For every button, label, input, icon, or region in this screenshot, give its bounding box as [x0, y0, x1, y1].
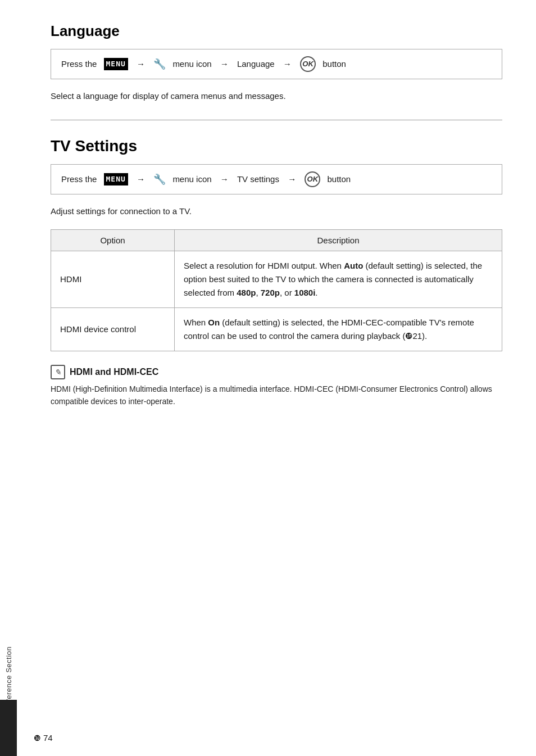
- tv-arrow2: →: [220, 173, 229, 186]
- tv-instruction-box: Press the MENU → 🔧 menu icon → TV settin…: [51, 164, 502, 194]
- page-number-symbol: ❿: [34, 734, 41, 743]
- note-title: HDMI and HDMI-CEC: [70, 367, 158, 377]
- lang-suffix: button: [322, 58, 346, 71]
- sidebar-tab: [0, 700, 17, 756]
- lang-prefix: Press the: [61, 58, 97, 71]
- lang-ok-btn: OK: [300, 56, 316, 72]
- tv-arrow1: →: [137, 173, 145, 186]
- note-section: ✎ HDMI and HDMI-CEC HDMI (High-Definitio…: [51, 365, 502, 408]
- page-number: 74: [43, 733, 53, 743]
- tv-arrow3: →: [288, 173, 296, 186]
- tv-description: Adjust settings for connection to a TV.: [51, 205, 502, 218]
- lang-wrench-icon: 🔧: [153, 57, 166, 72]
- hdmi-option-cell: HDMI: [51, 251, 175, 308]
- page-footer: ❿ 74: [34, 733, 53, 743]
- tv-ok-btn: OK: [305, 171, 320, 187]
- language-description: Select a language for display of camera …: [51, 89, 502, 103]
- tv-settings-title: TV Settings: [51, 137, 502, 155]
- table-row: HDMI Select a resolution for HDMI output…: [51, 251, 502, 308]
- section-divider: [51, 120, 502, 120]
- hdmi-device-control-option-cell: HDMI device control: [51, 308, 175, 351]
- tv-wrench-icon: 🔧: [153, 172, 166, 187]
- table-row: HDMI device control When On (default set…: [51, 308, 502, 351]
- table-header-description: Description: [175, 230, 502, 251]
- lang-item: Language: [237, 58, 275, 71]
- note-body: HDMI (High-Definition Multimedia Interfa…: [51, 383, 502, 408]
- tv-menu-label: MENU: [104, 173, 128, 185]
- table-header-option: Option: [51, 230, 175, 251]
- note-header: ✎ HDMI and HDMI-CEC: [51, 365, 502, 379]
- hdmi-description-cell: Select a resolution for HDMI output. Whe…: [175, 251, 502, 308]
- tv-menu-icon-label: menu icon: [172, 173, 211, 186]
- tv-settings-table: Option Description HDMI Select a resolut…: [51, 229, 502, 351]
- note-pencil-icon: ✎: [51, 365, 65, 379]
- lang-arrow1: →: [137, 58, 145, 71]
- lang-menu-label: MENU: [104, 58, 128, 70]
- tv-item: TV settings: [237, 173, 279, 186]
- tv-prefix: Press the: [61, 173, 97, 186]
- lang-menu-icon-label: menu icon: [172, 58, 211, 71]
- hdmi-device-control-description-cell: When On (default setting) is selected, t…: [175, 308, 502, 351]
- lang-arrow3: →: [283, 58, 292, 71]
- sidebar: Reference Section: [0, 0, 17, 756]
- language-instruction-box: Press the MENU → 🔧 menu icon → Language …: [51, 49, 502, 79]
- tv-suffix: button: [327, 173, 351, 186]
- language-title: Language: [51, 22, 502, 40]
- lang-arrow2: →: [220, 58, 229, 71]
